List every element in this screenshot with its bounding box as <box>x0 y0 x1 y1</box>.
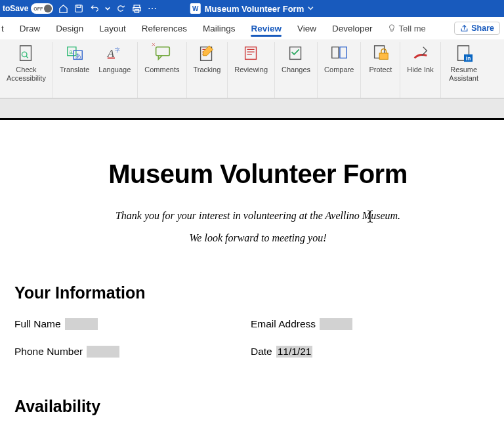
switch-icon: OFF <box>31 3 53 14</box>
reviewing-button[interactable]: Reviewing <box>234 43 268 74</box>
language-label: Language <box>98 66 131 74</box>
canvas-gap <box>0 98 504 118</box>
comments-label: Comments <box>144 66 179 74</box>
group-ink: Hide Ink <box>400 42 440 98</box>
changes-button[interactable]: Changes <box>282 43 310 74</box>
home-icon[interactable] <box>57 3 69 14</box>
reviewing-icon <box>241 43 262 63</box>
resume-assistant-button[interactable]: in Resume Assistant <box>449 43 478 82</box>
resume-icon: in <box>454 43 474 63</box>
group-language: aあ Translate A字 Language <box>53 42 138 98</box>
tab-design[interactable]: Design <box>48 17 91 39</box>
tab-references[interactable]: References <box>134 17 195 39</box>
protect-label: Protect <box>369 66 392 74</box>
switch-off-text: OFF <box>33 7 43 11</box>
changes-icon <box>285 43 306 63</box>
tab-draw[interactable]: Draw <box>12 17 49 39</box>
group-changes: Changes <box>275 42 318 98</box>
tab-layout[interactable]: Layout <box>91 17 134 39</box>
svg-rect-18 <box>340 47 346 58</box>
language-button[interactable]: A字 Language <box>98 43 131 74</box>
svg-rect-13 <box>156 47 170 56</box>
translate-label: Translate <box>60 66 89 74</box>
form-intro-1: Thank you for your interest in volunteer… <box>14 210 501 222</box>
check-accessibility-label: Check Accessibility <box>7 66 46 82</box>
email-label: Email Address <box>251 318 316 330</box>
group-resume: in Resume Assistant <box>441 42 480 98</box>
section-availability: Availability <box>14 397 501 416</box>
translate-button[interactable]: aあ Translate <box>60 43 89 74</box>
comments-button[interactable]: Comments <box>144 43 179 74</box>
full-name-input[interactable] <box>65 318 98 330</box>
svg-text:in: in <box>465 55 470 62</box>
save-icon[interactable] <box>73 3 85 14</box>
titlebar-center: W Museum Volunteer Form <box>190 3 314 14</box>
tab-developer[interactable]: Developer <box>324 17 381 39</box>
tab-mailings[interactable]: Mailings <box>195 17 243 39</box>
comment-icon <box>152 43 173 63</box>
tab-view[interactable]: View <box>289 17 324 39</box>
hide-ink-label: Hide Ink <box>407 66 433 74</box>
language-icon: A字 <box>105 43 125 63</box>
more-icon[interactable]: ⋯ <box>146 3 158 14</box>
section-your-information: Your Information <box>14 283 501 302</box>
document-page[interactable]: Museum Volunteer Form Thank you for your… <box>0 118 504 433</box>
phone-input[interactable] <box>87 346 119 358</box>
tell-me-label: Tell me <box>399 24 426 33</box>
compare-button[interactable]: Compare <box>324 43 354 74</box>
tell-me[interactable]: Tell me <box>381 24 426 33</box>
changes-label: Changes <box>282 66 310 74</box>
switch-knob <box>44 5 52 12</box>
email-input[interactable] <box>320 318 352 330</box>
date-label: Date <box>251 346 272 358</box>
bulb-icon <box>387 24 396 33</box>
translate-icon: aあ <box>65 43 85 63</box>
field-email: Email Address <box>251 318 501 330</box>
compare-label: Compare <box>324 66 354 74</box>
resume-label: Resume Assistant <box>449 66 478 82</box>
chevron-down-icon[interactable] <box>104 3 111 14</box>
full-name-label: Full Name <box>14 318 61 330</box>
share-button[interactable]: Share <box>454 22 500 35</box>
undo-icon[interactable] <box>89 3 100 14</box>
group-accessibility: Check Accessibility <box>0 42 53 98</box>
group-reviewing: Reviewing <box>228 42 275 98</box>
date-value[interactable]: 11/1/21 <box>276 346 313 358</box>
document-title[interactable]: Museum Volunteer Form <box>205 4 304 14</box>
svg-point-6 <box>22 52 27 57</box>
protect-icon <box>370 43 391 63</box>
svg-text:あ: あ <box>75 52 81 59</box>
svg-text:字: 字 <box>115 47 120 53</box>
tab-review[interactable]: Review <box>243 17 289 39</box>
autosave-label: toSave <box>3 4 28 13</box>
check-accessibility-button[interactable]: Check Accessibility <box>7 43 46 82</box>
hide-ink-button[interactable]: Hide Ink <box>407 43 433 74</box>
ink-icon <box>410 43 431 63</box>
tab-partial[interactable]: t <box>1 17 12 39</box>
group-tracking: Tracking <box>187 42 228 98</box>
field-date: Date 11/1/21 <box>251 346 501 358</box>
ribbon: Check Accessibility aあ Translate A字 Lang… <box>0 39 504 98</box>
tracking-button[interactable]: Tracking <box>194 43 221 74</box>
form-intro-2: We look forward to meeting you! <box>14 232 501 244</box>
print-icon[interactable] <box>131 3 142 14</box>
fields-grid: Full Name Email Address Phone Number Dat… <box>14 318 501 358</box>
ribbon-tabs: t Draw Design Layout References Mailings… <box>0 17 504 39</box>
titlebar-left: toSave OFF ⋯ <box>0 3 158 14</box>
chevron-down-icon[interactable] <box>308 4 314 13</box>
reviewing-label: Reviewing <box>234 66 268 74</box>
word-logo-icon: W <box>190 3 201 14</box>
group-comments: Comments <box>138 42 186 98</box>
share-icon <box>460 24 469 33</box>
redo-icon[interactable] <box>115 3 127 14</box>
text-cursor-icon <box>366 209 375 228</box>
tracking-label: Tracking <box>194 66 221 74</box>
accessibility-icon <box>16 43 36 63</box>
share-label: Share <box>471 24 494 33</box>
compare-icon <box>329 43 350 63</box>
protect-button[interactable]: Protect <box>369 43 392 74</box>
field-phone: Phone Number <box>14 346 251 358</box>
group-compare: Compare <box>318 42 361 98</box>
autosave-toggle[interactable]: toSave OFF <box>3 3 53 14</box>
form-title: Museum Volunteer Form <box>14 159 501 189</box>
